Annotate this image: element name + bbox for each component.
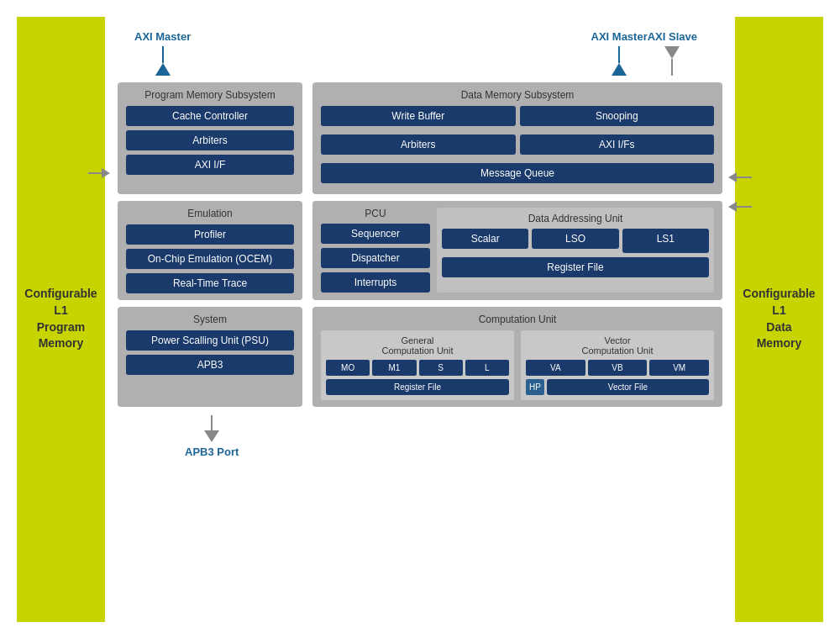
middle-row: Emulation Profiler On-Chip Emulation (OC… (118, 201, 722, 300)
left-arrow-shaft (88, 172, 103, 174)
gcu-register-file: Register File (326, 379, 509, 395)
va-block: VA (526, 360, 585, 376)
interrupts-block: Interrupts (321, 272, 430, 293)
top-arrows-row: AXI Master AXI Master AXI Slave (118, 25, 722, 76)
apb3-arrowhead (204, 430, 219, 442)
hp-block: HP (526, 379, 544, 395)
dau-title: Data Addressing Unit (442, 213, 709, 224)
sequencer-block: Sequencer (321, 224, 430, 244)
pcu-dau-box: PCU Sequencer Dispatcher Interrupts Data… (312, 201, 722, 300)
axi-ifs-block: AXI I/Fs (520, 134, 715, 155)
right-arrow-2 (728, 202, 752, 212)
arrow-head-down (664, 46, 680, 59)
arrow-shaft2 (618, 46, 620, 63)
right-side-panel: Configurable L1 Data Memory (735, 17, 823, 622)
cache-controller-block: Cache Controller (126, 106, 294, 126)
right-arrow-shaft1 (737, 177, 752, 178)
vf-row: HP Vector File (526, 379, 709, 395)
arrow-shaft (162, 46, 164, 63)
dms-title: Data Memory Subsystem (321, 89, 714, 101)
right-arrow-1 (728, 172, 752, 182)
arrow-head-up (155, 63, 171, 76)
vcu-title: Vector Computation Unit (526, 335, 709, 356)
pcu-dau-inner-row: PCU Sequencer Dispatcher Interrupts Data… (321, 208, 714, 293)
arbiters-block-dms: Arbiters (321, 134, 516, 155)
emulation-box: Emulation Profiler On-Chip Emulation (OC… (118, 201, 302, 300)
gcu-box: General Computation Unit MO M1 S L Regis… (321, 330, 514, 400)
mo-block: MO (326, 360, 370, 376)
arrow-head-up2 (612, 63, 627, 76)
arrow-shaft3 (671, 59, 673, 76)
vcu-blocks: VA VB VM (526, 360, 709, 376)
axi-master-right-label: AXI Master (591, 30, 648, 43)
subsystems-row: Program Memory Subsystem Cache Controlle… (118, 82, 722, 194)
arbiters-block-pms: Arbiters (126, 130, 294, 150)
left-arrow-tip (102, 168, 110, 178)
bottom-row: System Power Scalling Unit (PSU) APB3 Co… (118, 307, 722, 407)
vector-file-block: Vector File (547, 379, 709, 395)
axi-master-left-arrow: AXI Master (134, 30, 191, 76)
axi-master-left-label: AXI Master (134, 30, 191, 43)
gcu-blocks: MO M1 S L (326, 360, 509, 376)
left-side-panel: Configurable L1 Program Memory (17, 17, 105, 622)
m1-block: M1 (372, 360, 416, 376)
right-arrow-tip2 (728, 202, 737, 212)
computation-title: Computation Unit (321, 314, 714, 325)
right-arrow-shaft2 (737, 206, 752, 208)
right-panel-label: Configurable L1 Data Memory (743, 286, 815, 351)
system-title: System (126, 314, 294, 325)
emulation-title: Emulation (126, 208, 294, 219)
axi-master-right-arrow: AXI Master (591, 30, 648, 76)
program-memory-subsystem: Program Memory Subsystem Cache Controlle… (118, 82, 302, 194)
pms-title: Program Memory Subsystem (126, 89, 294, 101)
psu-block: Power Scalling Unit (PSU) (126, 330, 294, 351)
profiler-block: Profiler (126, 224, 294, 245)
ls1-block: LS1 (622, 229, 709, 253)
write-buffer-block: Write Buffer (321, 106, 516, 126)
snooping-block: Snooping (520, 106, 715, 126)
axi-if-block-pms: AXI I/F (126, 155, 294, 175)
scalar-block: Scalar (442, 229, 528, 249)
vcu-box: Vector Computation Unit VA VB VM HP Vect… (521, 330, 714, 400)
apb3-arrow-column: APB3 Port (185, 415, 239, 458)
computation-outer: Computation Unit General Computation Uni… (312, 307, 722, 407)
left-panel-label: Configurable L1 Program Memory (24, 286, 97, 351)
diagram-container: Configurable L1 Program Memory AXI Maste… (0, 0, 840, 638)
apb3-port-label: APB3 Port (185, 446, 239, 458)
dau-register-file: Register File (442, 257, 709, 277)
pcu-title: PCU (321, 208, 430, 219)
vb-block: VB (588, 360, 648, 376)
ocem-block: On-Chip Emulation (OCEM) (126, 249, 294, 269)
l-block: L (465, 360, 509, 376)
dau-inner: Data Addressing Unit Scalar LSO LS1 Regi… (437, 208, 714, 293)
dau-grid: Scalar LSO LS1 (442, 229, 709, 253)
apb3-shaft (211, 415, 213, 430)
lso-block: LSO (532, 229, 618, 249)
gcu-title: General Computation Unit (326, 335, 509, 356)
apb3-arrow-area: APB3 Port (118, 415, 722, 458)
s-block: S (419, 360, 463, 376)
left-arrow-1 (88, 172, 103, 174)
axi-slave-label: AXI Slave (648, 30, 697, 43)
pcu-inner: PCU Sequencer Dispatcher Interrupts (321, 208, 430, 293)
center-content: AXI Master AXI Master AXI Slave (105, 17, 735, 622)
system-box: System Power Scalling Unit (PSU) APB3 (118, 307, 302, 407)
vm-block: VM (649, 360, 709, 376)
main-layout: Configurable L1 Program Memory AXI Maste… (17, 17, 823, 622)
computation-inner-row: General Computation Unit MO M1 S L Regis… (321, 330, 714, 400)
dms-grid: Write Buffer Snooping Arbiters AXI I/Fs … (321, 106, 714, 183)
right-arrow-tip1 (728, 172, 737, 182)
real-time-trace-block: Real-Time Trace (126, 273, 294, 293)
data-memory-subsystem: Data Memory Subsystem Write Buffer Snoop… (312, 82, 722, 194)
message-queue-block: Message Queue (321, 163, 714, 183)
apb3-block: APB3 (126, 355, 294, 375)
dispatcher-block: Dispatcher (321, 248, 430, 268)
axi-slave-arrow: AXI Slave (648, 30, 697, 76)
